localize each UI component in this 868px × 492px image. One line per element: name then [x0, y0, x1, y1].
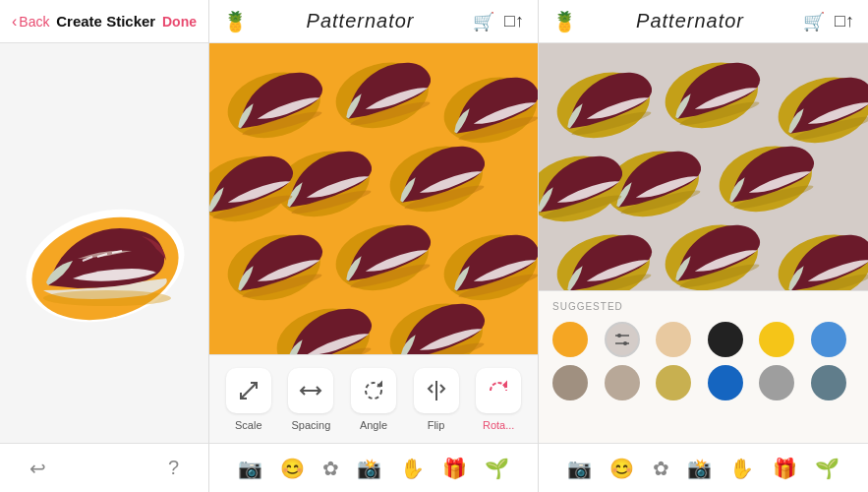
header-actions: 🛒 □↑ — [473, 11, 524, 32]
pattern-toolbar: Scale Spacing Angle — [209, 354, 538, 443]
camera2-icon-3[interactable]: 📸 — [687, 457, 712, 480]
color-swatch-tan-gold[interactable] — [656, 365, 691, 400]
panel2-footer: 📷 😊 ✿ 📸 ✋ 🎁 🌱 — [209, 443, 538, 492]
sticker-svg — [19, 162, 191, 325]
color-swatch-gold[interactable] — [759, 322, 794, 357]
flip-tool[interactable]: Flip — [414, 368, 459, 431]
gift-icon-3[interactable]: 🎁 — [773, 457, 797, 480]
emoji-icon[interactable]: 😊 — [280, 457, 305, 480]
header-actions-2: 🛒 □↑ — [803, 11, 854, 32]
panel2-header: 🍍 Patternator 🛒 □↑ — [209, 0, 538, 43]
panel3-header: 🍍 Patternator 🛒 □↑ — [539, 0, 868, 43]
flower-icon-3[interactable]: ✿ — [653, 457, 669, 480]
plant-icon-3[interactable]: 🌱 — [815, 457, 839, 480]
back-label: Back — [19, 14, 49, 30]
cart-icon[interactable]: 🛒 — [473, 11, 494, 32]
rotate-label: Rota... — [483, 419, 514, 431]
hand-icon[interactable]: ✋ — [400, 457, 425, 480]
pattern-canvas-gray — [539, 43, 868, 290]
hand-icon-3[interactable]: ✋ — [729, 457, 754, 480]
color-grid — [552, 322, 854, 400]
camera-icon-3[interactable]: 📷 — [567, 457, 592, 480]
angle-label: Angle — [360, 419, 387, 431]
color-panel: SUGGESTED — [539, 290, 868, 443]
spacing-icon-box — [288, 368, 333, 413]
color-picker-panel: 🍍 Patternator 🛒 □↑ — [539, 0, 868, 492]
app-title: Patternator — [307, 10, 415, 32]
color-swatch-blue[interactable] — [811, 322, 846, 357]
pattern-canvas-yellow — [209, 43, 538, 354]
angle-icon-box — [351, 368, 396, 413]
color-swatch-peach[interactable] — [656, 322, 691, 357]
color-swatch-taupe[interactable] — [552, 365, 588, 400]
color-swatch-yellow-orange[interactable] — [552, 322, 588, 357]
flip-icon-box — [414, 368, 459, 413]
svg-point-55 — [623, 341, 627, 345]
plant-icon[interactable]: 🌱 — [485, 457, 509, 480]
flower-icon[interactable]: ✿ — [322, 457, 339, 480]
color-swatch-medium-taupe[interactable] — [605, 365, 640, 400]
create-sticker-panel: ‹ Back Create Sticker Done — [0, 0, 209, 492]
scale-label: Scale — [235, 419, 262, 431]
emoji-icon-3[interactable]: 😊 — [609, 457, 634, 480]
back-chevron-icon: ‹ — [12, 13, 17, 31]
share-icon[interactable]: □↑ — [504, 11, 524, 31]
pattern-editor-panel: 🍍 Patternator 🛒 □↑ — [209, 0, 539, 492]
rotate-icon-box — [476, 368, 521, 413]
help-icon[interactable]: ? — [168, 457, 179, 479]
share-icon-2[interactable]: □↑ — [835, 11, 854, 31]
done-button[interactable]: Done — [162, 14, 197, 30]
scale-tool[interactable]: Scale — [226, 368, 271, 431]
spacing-tool[interactable]: Spacing — [288, 368, 333, 431]
panel3-footer: 📷 😊 ✿ 📸 ✋ 🎁 🌱 — [539, 443, 868, 492]
svg-point-5 — [43, 290, 171, 306]
flip-label: Flip — [428, 419, 445, 431]
panel1-header: ‹ Back Create Sticker Done — [0, 0, 208, 43]
undo-icon[interactable]: ↩ — [29, 457, 46, 480]
pineapple-icon-2: 🍍 — [552, 10, 577, 33]
sticker-preview — [19, 162, 191, 325]
svg-point-53 — [617, 334, 621, 338]
panel1-footer: ↩ ? — [0, 443, 208, 492]
spacing-label: Spacing — [292, 419, 331, 431]
app-title-2: Patternator — [636, 10, 744, 32]
color-swatch-dark-blue[interactable] — [708, 365, 743, 400]
suggested-label: SUGGESTED — [552, 301, 854, 312]
scale-icon-box — [226, 368, 271, 413]
sliders-icon — [612, 330, 632, 349]
gift-icon[interactable]: 🎁 — [442, 457, 467, 480]
camera2-icon[interactable]: 📸 — [357, 457, 381, 480]
pineapple-icon: 🍍 — [223, 10, 248, 33]
color-swatch-blue-gray[interactable] — [811, 365, 846, 400]
color-swatch-selected-gray[interactable] — [605, 322, 640, 357]
sticker-canvas — [0, 43, 208, 443]
color-swatch-black[interactable] — [708, 322, 743, 357]
shoe-pattern-svg — [209, 43, 538, 354]
panel1-title: Create Sticker — [56, 13, 155, 30]
color-swatch-gray[interactable] — [759, 365, 794, 400]
rotate-tool[interactable]: Rota... — [476, 368, 521, 431]
cart-icon-2[interactable]: 🛒 — [803, 11, 825, 32]
svg-line-29 — [241, 383, 257, 399]
shoe-pattern-gray-svg — [539, 43, 868, 290]
camera-icon[interactable]: 📷 — [238, 457, 262, 480]
angle-tool[interactable]: Angle — [351, 368, 396, 431]
back-button[interactable]: ‹ Back — [12, 13, 49, 31]
